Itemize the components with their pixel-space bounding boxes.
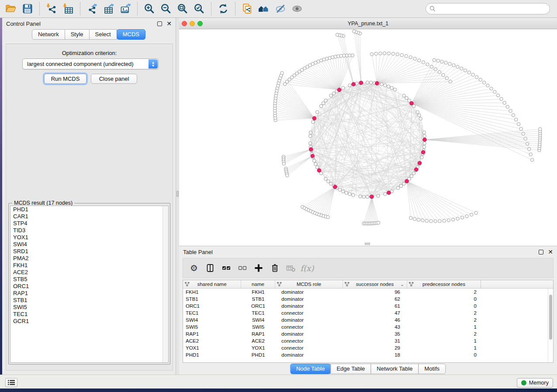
result-node[interactable]: TID3 — [10, 227, 168, 234]
tab-mcds[interactable]: MCDS — [117, 29, 145, 40]
tab-network-table[interactable]: Network Table — [370, 364, 419, 374]
result-node[interactable]: ORC1 — [10, 283, 168, 290]
panel-divider-handle[interactable] — [176, 191, 179, 197]
mcds-panel: Optimization criterion: largest connecte… — [6, 44, 173, 371]
search-box[interactable] — [426, 3, 550, 14]
result-node[interactable]: PHD1 — [10, 206, 168, 213]
table-row[interactable]: FKH1FKH1dominator962 — [183, 289, 553, 296]
network-divider-handle[interactable] — [365, 243, 370, 245]
column-header-successor-nodes[interactable]: successor nodes ⌄ — [343, 280, 407, 288]
table-row[interactable]: STB1STB1dominator620 — [183, 296, 553, 303]
toolbar-separator — [235, 2, 235, 15]
import-table-icon[interactable] — [61, 2, 76, 16]
result-node[interactable]: STP4 — [10, 220, 168, 227]
result-node[interactable]: FKH1 — [10, 262, 168, 269]
table-row[interactable]: SWI4SWI4dominator462 — [183, 316, 553, 323]
export-network-icon[interactable] — [85, 2, 100, 16]
close-panel-button[interactable]: Close panel — [91, 74, 137, 84]
table-row[interactable]: TEC1TEC1connector472 — [183, 309, 553, 316]
memory-label: Memory — [529, 380, 549, 386]
column-type-icon — [185, 282, 190, 287]
show-details-icon[interactable] — [290, 2, 304, 16]
search-input[interactable] — [438, 6, 546, 12]
zoom-fit-icon[interactable] — [175, 2, 190, 16]
result-node[interactable]: RAP1 — [10, 290, 168, 297]
import-network-icon[interactable] — [44, 2, 59, 16]
result-node[interactable]: ACE2 — [10, 269, 168, 276]
control-panel: Control Panel ✕ Network Style Select MCD… — [2, 18, 176, 375]
share-document-icon[interactable] — [240, 2, 255, 16]
float-panel-icon[interactable] — [157, 21, 162, 26]
result-node[interactable]: GCR1 — [10, 318, 168, 325]
export-image-icon[interactable] — [118, 2, 133, 16]
tab-style[interactable]: Style — [65, 29, 90, 40]
hide-details-icon[interactable] — [273, 2, 288, 16]
column-header-name[interactable]: name — [241, 280, 275, 288]
result-node[interactable]: SWI5 — [10, 304, 168, 311]
zoom-selected-icon[interactable] — [192, 2, 207, 16]
tab-edge-table[interactable]: Edge Table — [330, 364, 371, 374]
mcds-result-group: MCDS result (17 nodes) PHD1 CAR1 STP4 TI… — [8, 203, 170, 364]
table-toolbar: ⚙ f(x) — [183, 258, 554, 278]
toolbar-separator — [80, 2, 80, 15]
network-canvas[interactable] — [179, 29, 557, 246]
table-row[interactable]: ORC1ORC1dominator610 — [183, 303, 553, 309]
dropdown-stepper-icon: ▲▼ — [149, 59, 158, 69]
result-node[interactable]: STB1 — [10, 297, 168, 304]
table-panel: Table Panel ✕ ⚙ f(x) shared name name — [179, 246, 557, 375]
table-row[interactable]: PHD1PHD1dominator180 — [183, 351, 553, 358]
table-panel-title: Table Panel — [183, 249, 213, 255]
unselect-all-columns-icon[interactable] — [236, 261, 249, 275]
table-row[interactable]: YOX1YOX1connector291 — [183, 344, 553, 351]
result-node[interactable]: YOX1 — [10, 234, 168, 241]
function-builder-icon: f(x) — [301, 261, 314, 275]
column-header-predecessor-nodes[interactable]: predecessor nodes — [407, 280, 481, 288]
open-file-icon[interactable] — [3, 2, 18, 16]
result-node[interactable]: PMA2 — [10, 255, 168, 262]
close-panel-icon[interactable]: ✕ — [548, 250, 553, 254]
network-graph[interactable] — [179, 29, 557, 246]
zoom-in-icon[interactable] — [142, 2, 157, 16]
result-scrollbar[interactable] — [163, 206, 168, 362]
mcds-result-list[interactable]: PHD1 CAR1 STP4 TID3 YOX1 SWI4 SRD1 PMA2 … — [10, 206, 169, 363]
result-node[interactable]: STB5 — [10, 276, 168, 283]
table-settings-gear-icon[interactable]: ⚙ — [187, 261, 201, 275]
result-node[interactable]: SWI4 — [10, 241, 168, 248]
result-node[interactable]: TEC1 — [10, 311, 168, 318]
control-panel-title: Control Panel — [6, 21, 41, 27]
status-bar — [0, 375, 557, 389]
delete-table-icon — [284, 261, 298, 275]
app-screen: Control Panel ✕ Network Style Select MCD… — [0, 0, 557, 392]
result-node[interactable]: SRD1 — [10, 248, 168, 255]
run-mcds-button[interactable]: Run MCDS — [44, 74, 86, 84]
column-header-mcds-role[interactable]: MCDS role — [275, 280, 343, 288]
memory-button[interactable]: Memory — [517, 378, 553, 388]
criterion-dropdown[interactable]: largest connected component (undirected)… — [22, 58, 159, 69]
select-all-columns-icon[interactable] — [220, 261, 233, 275]
tab-network[interactable]: Network — [32, 29, 65, 40]
table-scrollbar[interactable] — [548, 289, 553, 362]
tab-node-table[interactable]: Node Table — [290, 364, 331, 374]
float-panel-icon[interactable] — [539, 250, 543, 254]
tab-select[interactable]: Select — [89, 29, 117, 40]
refresh-icon[interactable] — [216, 2, 231, 16]
tab-motifs[interactable]: Motifs — [418, 364, 446, 374]
delete-column-icon[interactable] — [268, 261, 281, 275]
control-panel-header: Control Panel ✕ — [2, 18, 176, 29]
export-table-icon[interactable] — [101, 2, 116, 16]
show-columns-icon[interactable] — [204, 261, 217, 275]
control-panel-tabs: Network Style Select MCDS — [2, 29, 176, 40]
table-row[interactable]: SWI5SWI5connector431 — [183, 323, 553, 330]
result-node[interactable]: CAR1 — [10, 213, 168, 220]
create-column-icon[interactable] — [252, 261, 265, 275]
column-header-shared-name[interactable]: shared name — [183, 280, 241, 288]
task-history-button[interactable] — [5, 378, 17, 387]
save-session-icon[interactable] — [20, 2, 35, 16]
table-row[interactable]: RAP1RAP1dominator352 — [183, 330, 553, 337]
first-neighbors-icon[interactable] — [256, 2, 271, 16]
table-row[interactable]: ACE2ACE2connector311 — [183, 337, 553, 344]
main-toolbar — [0, 0, 557, 18]
zoom-out-icon[interactable] — [159, 2, 173, 16]
table-scrollbar-thumb[interactable] — [549, 295, 552, 340]
close-panel-icon[interactable]: ✕ — [166, 21, 172, 26]
